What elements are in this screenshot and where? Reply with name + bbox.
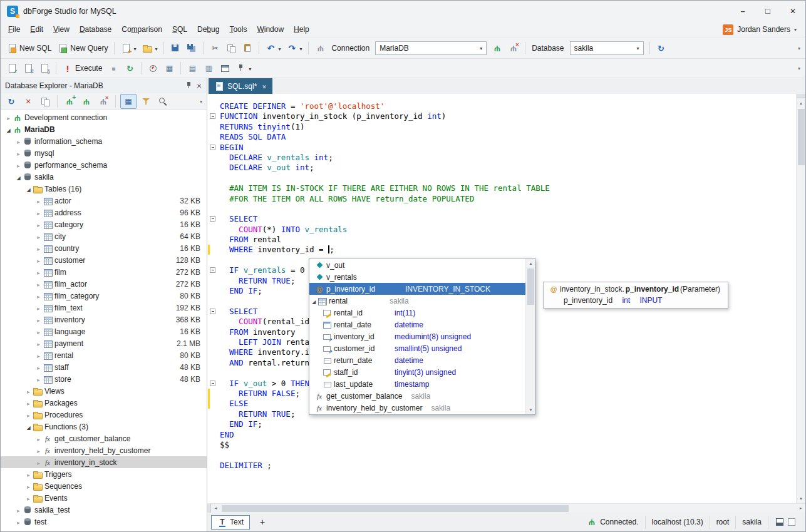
completion-item-get-customer-balance[interactable]: get_customer_balancesakila bbox=[309, 390, 525, 402]
collapsed-arrow-icon[interactable] bbox=[34, 375, 43, 384]
toolbar-overflow-icon[interactable] bbox=[798, 66, 802, 71]
completion-item-v-rentals[interactable]: v_rentals bbox=[309, 271, 525, 283]
tree-item-rental[interactable]: rental80 KB bbox=[1, 349, 207, 361]
expanded-arrow-icon[interactable] bbox=[24, 185, 33, 193]
fold-toggle-icon[interactable] bbox=[210, 381, 215, 386]
completion-item-return-date[interactable]: return_datedatetime bbox=[309, 354, 525, 366]
tree-item-sakila[interactable]: sakila bbox=[1, 171, 207, 183]
menu-item-database[interactable]: Database bbox=[75, 23, 116, 36]
code-line[interactable]: DECLARE v_rentals int; bbox=[207, 153, 796, 163]
expanded-arrow-icon[interactable] bbox=[311, 297, 317, 305]
toolbar-overflow-icon[interactable] bbox=[200, 99, 204, 105]
scroll-down-icon[interactable] bbox=[797, 494, 806, 503]
chevron-down-icon[interactable] bbox=[633, 42, 643, 54]
chevron-down-icon[interactable] bbox=[133, 44, 136, 53]
collapsed-arrow-icon[interactable] bbox=[34, 458, 43, 467]
fold-toggle-icon[interactable] bbox=[210, 309, 215, 314]
paste-button[interactable] bbox=[240, 41, 255, 55]
tree-item-events[interactable]: Events bbox=[1, 492, 207, 504]
results-grid-button[interactable] bbox=[185, 61, 200, 75]
refresh-button[interactable] bbox=[654, 41, 669, 55]
chevron-down-icon[interactable] bbox=[476, 42, 486, 54]
connection-combobox[interactable]: MariaDB bbox=[375, 41, 487, 55]
tree-item-sakila-test[interactable]: sakila_test bbox=[1, 504, 207, 516]
cut-button[interactable] bbox=[207, 41, 222, 55]
code-line[interactable]: READS SQL DATA bbox=[207, 132, 796, 142]
tree-item-address[interactable]: address96 KB bbox=[1, 207, 207, 218]
completion-item-rental-date[interactable]: rental_datedatetime bbox=[309, 319, 525, 330]
code-line[interactable]: DECLARE v_out int; bbox=[207, 163, 796, 173]
menu-item-sql[interactable]: SQL bbox=[167, 23, 192, 36]
collapsed-arrow-icon[interactable] bbox=[4, 113, 13, 122]
code-line[interactable]: FROM rental bbox=[207, 235, 796, 245]
code-line[interactable]: CREATE DEFINER = 'root'@'localhost' bbox=[207, 101, 796, 111]
tree-item-city[interactable]: city64 KB bbox=[1, 230, 207, 242]
chevron-down-icon[interactable] bbox=[155, 44, 157, 53]
collapsed-arrow-icon[interactable] bbox=[34, 197, 43, 205]
code-line[interactable]: RETURNS tinyint(1) bbox=[207, 122, 796, 132]
maximize-button[interactable] bbox=[755, 1, 780, 21]
tree-item-information-schema[interactable]: information_schema bbox=[1, 135, 207, 147]
show-system-objects-button[interactable] bbox=[120, 94, 137, 109]
tree-item-store[interactable]: store48 KB bbox=[1, 373, 207, 385]
collapsed-arrow-icon[interactable] bbox=[14, 149, 23, 158]
menu-item-comparison[interactable]: Comparison bbox=[116, 23, 167, 36]
explorer-duplicate-button[interactable] bbox=[38, 95, 53, 108]
code-line[interactable]: COUNT(*) INTO v_rentals bbox=[207, 225, 796, 235]
completion-item-rental[interactable]: rentalsakila bbox=[309, 295, 525, 307]
tree-item-packages[interactable]: Packages bbox=[1, 397, 207, 409]
scroll-up-icon[interactable] bbox=[797, 98, 806, 108]
open-file-button[interactable] bbox=[140, 41, 160, 55]
format-sql-button[interactable] bbox=[21, 61, 36, 75]
expanded-arrow-icon[interactable] bbox=[14, 173, 23, 182]
tree-item-actor[interactable]: actor32 KB bbox=[1, 195, 207, 207]
editor-vscrollbar[interactable] bbox=[796, 94, 805, 503]
collapsed-arrow-icon[interactable] bbox=[34, 268, 43, 277]
splitter-handle[interactable] bbox=[797, 94, 805, 98]
tree-item-payment[interactable]: payment2.1 MB bbox=[1, 337, 207, 349]
layout-button[interactable] bbox=[201, 61, 216, 75]
tree-item-development-connection[interactable]: Development connection bbox=[1, 111, 207, 123]
collapsed-arrow-icon[interactable] bbox=[34, 327, 43, 336]
new-window-button[interactable] bbox=[217, 61, 232, 75]
close-button[interactable] bbox=[780, 1, 805, 21]
save-all-button[interactable] bbox=[184, 41, 199, 55]
menu-item-file[interactable]: File bbox=[3, 23, 25, 36]
scroll-right-icon[interactable] bbox=[796, 504, 805, 513]
scrollbar-thumb[interactable] bbox=[527, 269, 534, 305]
explain-plan-button[interactable] bbox=[162, 61, 177, 75]
collapsed-arrow-icon[interactable] bbox=[34, 339, 43, 348]
add-view-button[interactable]: + bbox=[257, 517, 267, 527]
fold-toggle-icon[interactable] bbox=[210, 145, 215, 150]
collapsed-arrow-icon[interactable] bbox=[34, 434, 43, 443]
save-button[interactable] bbox=[168, 41, 183, 55]
code-line[interactable] bbox=[207, 173, 796, 183]
explorer-delete-button[interactable] bbox=[21, 95, 36, 108]
code-line[interactable]: #FOR THE ITEM OR ALL ROWS HAVE return_da… bbox=[207, 194, 796, 204]
tree-item-get-customer-balance[interactable]: get_customer_balance bbox=[1, 432, 207, 444]
sql-editor[interactable]: CREATE DEFINER = 'root'@'localhost'FUNCT… bbox=[207, 94, 796, 503]
code-line[interactable]: END bbox=[207, 430, 796, 440]
collapsed-arrow-icon[interactable] bbox=[34, 446, 43, 455]
pin-icon[interactable] bbox=[184, 81, 194, 91]
fold-toggle-icon[interactable] bbox=[210, 216, 215, 222]
collapsed-arrow-icon[interactable] bbox=[24, 470, 33, 479]
collapsed-arrow-icon[interactable] bbox=[14, 518, 23, 526]
collapsed-arrow-icon[interactable] bbox=[34, 292, 43, 300]
completion-item-rental-id[interactable]: rental_idint(11) bbox=[309, 307, 525, 319]
tree-item-film-actor[interactable]: film_actor272 KB bbox=[1, 278, 207, 290]
tree-item-film-category[interactable]: film_category80 KB bbox=[1, 290, 207, 302]
code-line[interactable] bbox=[207, 450, 796, 460]
close-panel-icon[interactable] bbox=[194, 81, 204, 91]
tree-item-test[interactable]: test bbox=[1, 516, 207, 528]
completion-item-inventory-held-by-customer[interactable]: inventory_held_by_customersakila bbox=[309, 402, 525, 414]
tree-item-triggers[interactable]: Triggers bbox=[1, 468, 207, 480]
tree-item-staff[interactable]: staff48 KB bbox=[1, 361, 207, 373]
tree-item-tables-16-[interactable]: Tables (16) bbox=[1, 183, 207, 195]
tab-sql-document[interactable]: SQL.sql* bbox=[209, 78, 272, 94]
menu-item-edit[interactable]: Edit bbox=[25, 23, 48, 36]
scrollbar-thumb[interactable] bbox=[222, 505, 569, 512]
tree-item-film-text[interactable]: film_text192 KB bbox=[1, 302, 207, 314]
menu-item-view[interactable]: View bbox=[48, 23, 75, 36]
status-user[interactable]: root bbox=[710, 516, 736, 529]
